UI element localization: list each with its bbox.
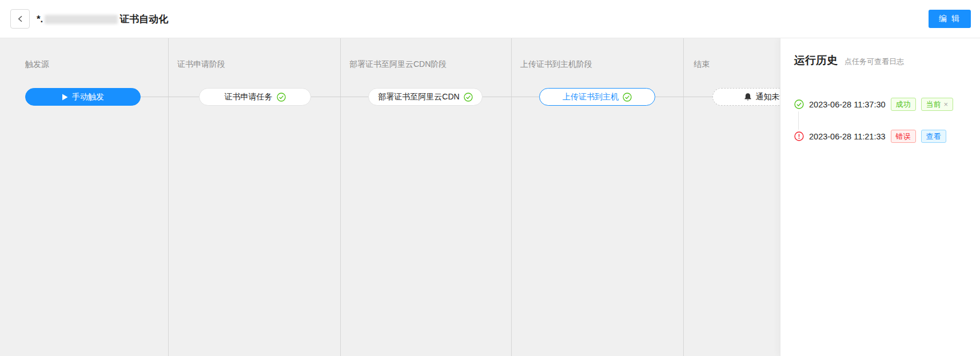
page-header: *. 证书自动化 编 辑 — [0, 0, 980, 38]
run-history-panel: 运行历史 点任务可查看日志 2023-06-28 11:37:30 成功 当前 … — [780, 38, 980, 356]
node-deploy-cdn[interactable]: 部署证书至阿里云CDN — [368, 88, 483, 106]
status-badge-success: 成功 — [891, 98, 916, 111]
check-circle-icon — [623, 93, 632, 102]
bell-icon — [744, 93, 752, 101]
history-timestamp: 2023-06-28 11:37:30 — [809, 100, 886, 109]
node-label: 上传证书到主机 — [563, 92, 619, 102]
page-title: *. 证书自动化 — [37, 0, 168, 38]
node-manual-trigger[interactable]: 手动触发 — [25, 88, 141, 106]
panel-subtitle: 点任务可查看日志 — [844, 57, 904, 67]
redacted-domain-text — [45, 15, 118, 24]
node-label: 证书申请任务 — [225, 92, 273, 102]
panel-header: 运行历史 点任务可查看日志 — [794, 53, 904, 68]
view-log-button[interactable]: 查看 — [921, 130, 946, 143]
node-cert-apply-task[interactable]: 证书申请任务 — [199, 88, 311, 106]
stage-title-cert-apply: 证书申请阶段 — [177, 59, 225, 70]
error-circle-icon — [794, 131, 804, 141]
page-title-prefix: *. — [37, 14, 43, 25]
current-badge: 当前 × — [921, 98, 954, 111]
page-title-suffix: 证书自动化 — [119, 13, 168, 26]
stage-title-trigger-source: 触发源 — [25, 59, 49, 70]
check-circle-icon — [464, 93, 473, 102]
current-badge-label: 当前 — [926, 99, 941, 110]
dismiss-current-icon[interactable]: × — [944, 99, 949, 110]
play-icon — [62, 94, 68, 101]
status-badge-error: 错误 — [891, 130, 916, 143]
node-upload-host[interactable]: 上传证书到主机 — [539, 88, 655, 106]
stage-divider — [340, 38, 341, 356]
success-circle-icon — [794, 99, 804, 109]
node-label: 部署证书至阿里云CDN — [378, 92, 459, 102]
stage-title-upload-host: 上传证书到主机阶段 — [520, 59, 592, 70]
stage-divider — [168, 38, 169, 356]
check-circle-icon — [277, 93, 286, 102]
back-button[interactable] — [10, 9, 30, 29]
chevron-left-icon — [17, 15, 23, 22]
history-entry[interactable]: 2023-06-28 11:21:33 错误 查看 — [794, 130, 946, 143]
stage-divider — [511, 38, 512, 356]
panel-title: 运行历史 — [794, 53, 838, 68]
stage-title-end: 结束 — [694, 59, 710, 70]
history-entry[interactable]: 2023-06-28 11:37:30 成功 当前 × — [794, 98, 953, 111]
certificate-automation-page: 触发源 证书申请阶段 部署证书至阿里云CDN阶段 上传证书到主机阶段 结束 手动… — [0, 0, 980, 356]
node-label: 手动触发 — [72, 92, 104, 102]
edit-button[interactable]: 编 辑 — [929, 10, 971, 28]
history-timestamp: 2023-06-28 11:21:33 — [809, 132, 886, 141]
stage-divider — [683, 38, 684, 356]
history-timeline-line — [798, 111, 799, 130]
stage-title-deploy-cdn: 部署证书至阿里云CDN阶段 — [349, 59, 447, 70]
